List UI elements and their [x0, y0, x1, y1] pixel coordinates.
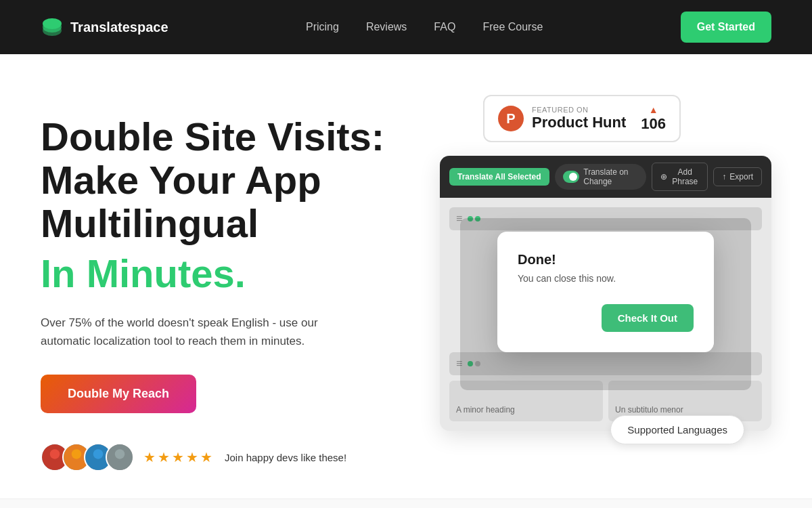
svg-point-7 — [72, 450, 81, 459]
social-proof: ★ ★ ★ ★ ★ Join happy devs like these! — [41, 443, 392, 471]
double-my-reach-button[interactable]: Double My Reach — [41, 375, 196, 413]
translate-all-button[interactable]: Translate All Selected — [449, 168, 549, 186]
modal-body-text: You can close this now. — [518, 273, 694, 284]
app-screenshot: Translate All Selected Translate on Chan… — [440, 156, 771, 431]
svg-point-4 — [50, 450, 60, 459]
social-proof-text: Join happy devs like these! — [225, 452, 346, 463]
logo-icon — [41, 16, 64, 39]
supported-languages-button[interactable]: Supported Languages — [610, 415, 744, 444]
navbar: Translatespace Pricing Reviews FAQ Free … — [0, 0, 812, 54]
export-button[interactable]: ↑ Export — [713, 167, 762, 186]
translate-on-change-toggle[interactable]: Translate on Change — [555, 164, 647, 190]
check-it-out-button[interactable]: Check It Out — [602, 304, 694, 332]
svg-point-13 — [115, 450, 125, 459]
get-started-button[interactable]: Get Started — [681, 12, 771, 43]
add-phrase-button[interactable]: ⊕ Add Phrase — [652, 163, 708, 191]
svg-point-2 — [43, 18, 62, 29]
hero-left: Double Site Visits: Make Your App Multil… — [41, 95, 392, 471]
nav-faq[interactable]: FAQ — [434, 21, 455, 33]
hero-title-main: Double Site Visits: Make Your App Multil… — [41, 115, 392, 245]
svg-point-10 — [93, 450, 103, 459]
app-toolbar: Translate All Selected Translate on Chan… — [440, 156, 771, 198]
product-hunt-badge: P FEATURED ON Product Hunt ▲ 106 — [483, 95, 681, 142]
logo-text: Translatespace — [70, 20, 168, 35]
ph-number: 106 — [641, 115, 666, 133]
testimonial-bar: REVIEWS.io experienced a 120% increase i… — [0, 499, 812, 508]
app-body: ≡ Done! You can close this now. Check It… — [440, 198, 771, 431]
product-hunt-text: FEATURED ON Product Hunt — [532, 106, 626, 131]
translate-on-change-label: Translate on Change — [583, 167, 638, 186]
export-icon: ↑ — [722, 172, 726, 182]
logo[interactable]: Translatespace — [41, 16, 168, 39]
ph-featured-on-label: FEATURED ON — [532, 106, 626, 114]
nav-reviews[interactable]: Reviews — [366, 21, 407, 33]
nav-pricing[interactable]: Pricing — [306, 21, 339, 33]
nav-links: Pricing Reviews FAQ Free Course — [306, 21, 543, 33]
toggle-pill — [563, 171, 580, 183]
hero-subtitle: Over 75% of the world doesn't speak Engl… — [41, 314, 352, 350]
modal: Done! You can close this now. Check It O… — [497, 232, 714, 352]
hero-section: Double Site Visits: Make Your App Multil… — [0, 54, 812, 499]
ph-title: Product Hunt — [532, 114, 626, 131]
star-rating: ★ ★ ★ ★ ★ — [143, 449, 212, 465]
avatars — [41, 443, 134, 471]
hero-title-green: In Minutes. — [41, 250, 392, 297]
ph-count: ▲ 106 — [641, 104, 666, 133]
add-phrase-icon: ⊕ — [660, 172, 667, 182]
avatar — [106, 443, 134, 471]
product-hunt-icon: P — [498, 106, 524, 131]
modal-overlay: Done! You can close this now. Check It O… — [460, 218, 751, 390]
ph-upvote-icon: ▲ — [649, 104, 658, 115]
hero-right: P FEATURED ON Product Hunt ▲ 106 Transla… — [392, 95, 771, 431]
modal-title: Done! — [518, 252, 694, 268]
nav-free-course[interactable]: Free Course — [482, 21, 543, 33]
